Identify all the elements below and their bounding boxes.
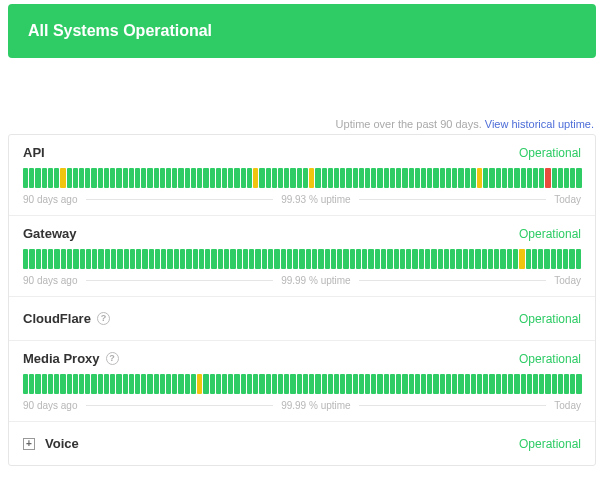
uptime-bar xyxy=(86,249,91,269)
uptime-bar xyxy=(79,374,84,394)
uptime-bar xyxy=(284,168,289,188)
uptime-bar xyxy=(334,374,339,394)
uptime-bar xyxy=(415,374,420,394)
uptime-bar xyxy=(205,249,210,269)
uptime-bar xyxy=(278,374,283,394)
component-name: +Voice xyxy=(23,436,79,451)
uptime-bar xyxy=(178,374,183,394)
uptime-bar xyxy=(161,249,166,269)
uptime-bar xyxy=(384,374,389,394)
uptime-bar xyxy=(268,249,273,269)
uptime-bar xyxy=(23,374,28,394)
uptime-bar xyxy=(508,168,513,188)
legend-right: Today xyxy=(554,400,581,411)
uptime-bar xyxy=(427,374,432,394)
meta-row: Uptime over the past 90 days. View histo… xyxy=(8,118,596,134)
uptime-bar xyxy=(36,249,41,269)
legend-left: 90 days ago xyxy=(23,275,78,286)
uptime-bar xyxy=(322,168,327,188)
uptime-bar xyxy=(247,374,252,394)
legend-right: Today xyxy=(554,275,581,286)
uptime-bar xyxy=(299,249,304,269)
uptime-bar xyxy=(98,374,103,394)
uptime-bar xyxy=(440,168,445,188)
component-row: APIOperational90 days ago99.93 % uptimeT… xyxy=(9,135,595,216)
uptime-bar xyxy=(465,168,470,188)
uptime-bar xyxy=(141,374,146,394)
uptime-bar xyxy=(85,168,90,188)
uptime-bar xyxy=(98,249,103,269)
uptime-bar xyxy=(309,168,314,188)
uptime-bar xyxy=(409,168,414,188)
uptime-bar xyxy=(303,374,308,394)
uptime-bar xyxy=(558,168,563,188)
uptime-bar xyxy=(80,249,85,269)
uptime-bar xyxy=(409,374,414,394)
component-label: CloudFlare xyxy=(23,311,91,326)
uptime-bar xyxy=(247,168,252,188)
uptime-bar xyxy=(446,168,451,188)
uptime-bar xyxy=(576,374,581,394)
uptime-bar xyxy=(123,374,128,394)
component-row: +VoiceOperational xyxy=(9,422,595,465)
uptime-bar xyxy=(136,249,141,269)
uptime-bar xyxy=(570,374,575,394)
uptime-bar xyxy=(371,374,376,394)
uptime-bar xyxy=(278,168,283,188)
uptime-bar xyxy=(433,168,438,188)
uptime-bar xyxy=(545,374,550,394)
help-icon[interactable]: ? xyxy=(97,312,110,325)
uptime-bar xyxy=(272,374,277,394)
uptime-bar xyxy=(116,374,121,394)
uptime-bar xyxy=(186,249,191,269)
status-banner: All Systems Operational xyxy=(8,4,596,58)
uptime-percent: 99.99 % uptime xyxy=(281,275,351,286)
uptime-bar xyxy=(253,168,258,188)
historical-uptime-link[interactable]: View historical uptime. xyxy=(485,118,594,130)
uptime-bar xyxy=(452,374,457,394)
uptime-bar xyxy=(521,168,526,188)
uptime-bar xyxy=(356,249,361,269)
status-badge: Operational xyxy=(519,352,581,366)
uptime-bar xyxy=(234,374,239,394)
component-header: APIOperational xyxy=(23,145,581,160)
status-badge: Operational xyxy=(519,312,581,326)
uptime-bar xyxy=(421,168,426,188)
uptime-bar xyxy=(23,168,28,188)
uptime-bar xyxy=(149,249,154,269)
uptime-bar xyxy=(387,249,392,269)
uptime-bar xyxy=(199,249,204,269)
uptime-legend: 90 days ago99.99 % uptimeToday xyxy=(23,400,581,411)
uptime-bar xyxy=(508,374,513,394)
uptime-bar xyxy=(197,168,202,188)
help-icon[interactable]: ? xyxy=(106,352,119,365)
uptime-legend: 90 days ago99.99 % uptimeToday xyxy=(23,275,581,286)
uptime-bar xyxy=(570,168,575,188)
component-row: Media Proxy?Operational90 days ago99.99 … xyxy=(9,341,595,422)
expand-icon[interactable]: + xyxy=(23,438,35,450)
uptime-bar xyxy=(255,249,260,269)
component-name: CloudFlare? xyxy=(23,311,110,326)
uptime-bar xyxy=(433,374,438,394)
component-label: API xyxy=(23,145,45,160)
component-header: +VoiceOperational xyxy=(23,436,581,451)
legend-line xyxy=(86,199,274,200)
uptime-bar xyxy=(116,168,121,188)
uptime-bar xyxy=(328,374,333,394)
banner-title: All Systems Operational xyxy=(28,22,212,39)
uptime-bar xyxy=(322,374,327,394)
uptime-bar xyxy=(328,168,333,188)
uptime-bar xyxy=(350,249,355,269)
uptime-bar xyxy=(346,168,351,188)
uptime-bar xyxy=(174,249,179,269)
uptime-bar xyxy=(259,168,264,188)
uptime-bar xyxy=(482,249,487,269)
uptime-bar xyxy=(111,249,116,269)
uptime-bar xyxy=(42,374,47,394)
legend-right: Today xyxy=(554,194,581,205)
uptime-bar xyxy=(104,168,109,188)
uptime-bar xyxy=(272,168,277,188)
component-name: Media Proxy? xyxy=(23,351,119,366)
uptime-bar xyxy=(54,249,59,269)
uptime-bar xyxy=(458,374,463,394)
